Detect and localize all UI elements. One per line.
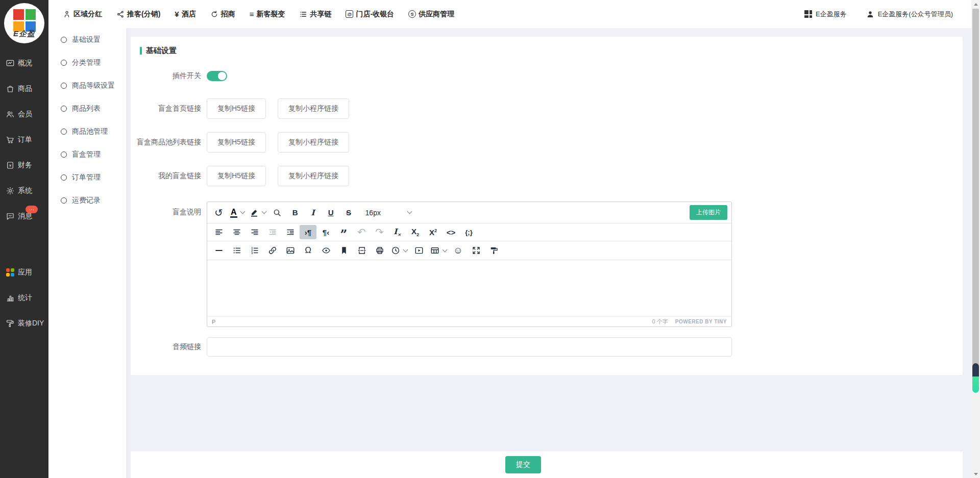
- nav-item-supplier-management[interactable]: S 供应商管理: [408, 10, 454, 19]
- ltr-direction-button[interactable]: ›¶: [300, 225, 316, 239]
- nav-item-region-dividend[interactable]: 区域分红: [63, 10, 102, 19]
- indent-button[interactable]: [282, 225, 299, 239]
- bullet-list-button[interactable]: [228, 243, 245, 258]
- undo-button[interactable]: ↶: [353, 225, 370, 239]
- copy-h5-link-button[interactable]: 复制H5链接: [207, 98, 266, 119]
- nav-item-promoter[interactable]: 推客(分销): [116, 10, 160, 19]
- submenu-item-blindbox-management[interactable]: 盲盒管理: [48, 143, 126, 166]
- superscript-icon: X2: [429, 228, 437, 237]
- grid-icon: [804, 10, 812, 18]
- page-scrollbar[interactable]: [971, 0, 980, 478]
- horizontal-rule-button[interactable]: [210, 243, 227, 258]
- insert-datetime-button[interactable]: [389, 243, 409, 258]
- outdent-icon: [268, 228, 277, 237]
- clear-formatting-button[interactable]: I×: [389, 225, 406, 239]
- code-sample-button[interactable]: {;}: [460, 225, 477, 239]
- sidebar-item-messages[interactable]: 消息 ...: [0, 204, 48, 229]
- sidebar-item-finance[interactable]: ¥ 财务: [0, 153, 48, 178]
- strikethrough-button[interactable]: S: [340, 206, 357, 220]
- element-path[interactable]: P: [212, 319, 215, 325]
- nav-item-store-cashier[interactable]: @ 门店-收银台: [346, 10, 394, 19]
- powered-by-tiny-link[interactable]: POWERED BY TINY: [675, 319, 727, 324]
- users-icon: [6, 110, 15, 119]
- blockquote-button[interactable]: ”: [335, 225, 352, 239]
- emoticons-button[interactable]: ☺: [450, 243, 467, 258]
- anchor-button[interactable]: [335, 243, 352, 258]
- submenu-item-goods-level-settings[interactable]: 商品等级设置: [48, 74, 126, 97]
- scrollbar-up-arrow[interactable]: [971, 0, 980, 8]
- text-color-button[interactable]: A: [228, 206, 247, 220]
- font-size-select[interactable]: 16px: [361, 206, 416, 220]
- search-replace-button[interactable]: [269, 206, 286, 220]
- indent-icon: [286, 228, 295, 237]
- numbered-list-button[interactable]: 123: [246, 243, 263, 258]
- plugin-switch-label: 插件开关: [131, 71, 207, 81]
- code-view-button[interactable]: <>: [443, 225, 459, 239]
- preview-button[interactable]: [317, 243, 334, 258]
- brand-logo-text: E企盈: [4, 29, 44, 39]
- subscript-button[interactable]: X2: [407, 225, 424, 239]
- submenu-item-freight-records[interactable]: 运费记录: [48, 189, 126, 212]
- redo-button[interactable]: ↷: [371, 225, 388, 239]
- sidebar-item-members[interactable]: 会员: [0, 102, 48, 127]
- submenu-item-goods-pool-management[interactable]: 商品池管理: [48, 120, 126, 143]
- sidebar-item-overview[interactable]: 概况: [0, 51, 48, 76]
- submit-button[interactable]: 提交: [505, 456, 541, 473]
- outdent-button[interactable]: [264, 225, 281, 239]
- audio-link-input[interactable]: [207, 337, 732, 357]
- editor-content-area[interactable]: [207, 260, 731, 316]
- sidebar-item-goods[interactable]: 商品: [0, 76, 48, 102]
- scrollbar-thumb[interactable]: [972, 9, 979, 380]
- sidebar-item-orders[interactable]: 订单: [0, 127, 48, 153]
- nav-item-investment[interactable]: 招商: [210, 10, 235, 19]
- plugin-switch-toggle[interactable]: [207, 71, 227, 81]
- copy-h5-link-button[interactable]: 复制H5链接: [207, 166, 266, 186]
- word-count[interactable]: 0 个字: [652, 318, 668, 325]
- submenu-item-category-management[interactable]: 分类管理: [48, 51, 126, 74]
- copy-miniprogram-link-button[interactable]: 复制小程序链接: [278, 98, 349, 119]
- insert-link-button[interactable]: [264, 243, 281, 258]
- sidebar-item-label: 概况: [18, 59, 32, 68]
- copy-miniprogram-link-button[interactable]: 复制小程序链接: [278, 166, 349, 186]
- sidebar-item-system[interactable]: 系统: [0, 178, 48, 204]
- upload-image-button[interactable]: 上传图片: [690, 205, 727, 220]
- highlighter-pen-icon: [250, 208, 259, 217]
- brand-logo[interactable]: E企盈: [4, 3, 44, 43]
- insert-media-button[interactable]: [410, 243, 427, 258]
- nav-item-label: 门店-收银台: [356, 10, 394, 19]
- copy-h5-link-button[interactable]: 复制H5链接: [207, 132, 266, 153]
- align-right-button[interactable]: [246, 225, 263, 239]
- rtl-direction-button[interactable]: ¶‹: [317, 225, 334, 239]
- copy-miniprogram-link-button[interactable]: 复制小程序链接: [278, 132, 349, 153]
- nav-item-hotel[interactable]: ¥ 酒店: [175, 10, 195, 19]
- nav-item-share-chain[interactable]: 共享链: [299, 10, 331, 19]
- submenu-item-label: 运费记录: [72, 196, 101, 205]
- align-left-button[interactable]: [210, 225, 227, 239]
- special-character-button[interactable]: Ω: [300, 243, 316, 258]
- restore-draft-button[interactable]: ↺: [210, 206, 227, 220]
- page-break-button[interactable]: [353, 243, 370, 258]
- sidebar-item-apps[interactable]: 应用: [0, 260, 48, 285]
- account-name: E企盈服务(公众号管理员): [878, 10, 953, 19]
- submenu-item-order-management[interactable]: 订单管理: [48, 166, 126, 189]
- superscript-button[interactable]: X2: [425, 225, 442, 239]
- align-center-button[interactable]: [228, 225, 245, 239]
- submenu-item-basic-settings[interactable]: 基础设置: [48, 28, 126, 51]
- service-center-link[interactable]: E企盈服务: [804, 10, 847, 19]
- fullscreen-button[interactable]: [468, 243, 484, 258]
- format-painter-button[interactable]: [485, 243, 502, 258]
- italic-button[interactable]: I: [305, 206, 322, 220]
- nav-item-new-customer-fission[interactable]: ≡ 新客裂变: [250, 10, 285, 19]
- underline-button[interactable]: U: [323, 206, 339, 220]
- scrollbar-down-arrow[interactable]: [971, 470, 980, 478]
- sidebar-item-stats[interactable]: 统计: [0, 285, 48, 311]
- sidebar-item-decoration-diy[interactable]: 装修DIY: [0, 311, 48, 336]
- insert-image-button[interactable]: [282, 243, 299, 258]
- chevron-down-icon: [261, 209, 266, 214]
- insert-table-button[interactable]: [428, 243, 449, 258]
- account-menu[interactable]: E企盈服务(公众号管理员): [866, 10, 953, 19]
- bold-button[interactable]: B: [287, 206, 304, 220]
- print-button[interactable]: [371, 243, 388, 258]
- highlight-color-button[interactable]: [248, 206, 268, 220]
- submenu-item-goods-list[interactable]: 商品列表: [48, 97, 126, 120]
